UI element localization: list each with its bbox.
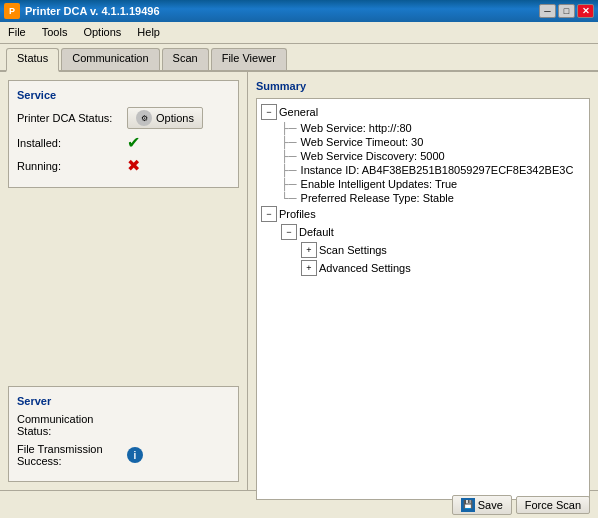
web-service-text: Web Service: http://:80 xyxy=(301,122,412,134)
scan-settings-expand[interactable]: + xyxy=(301,242,317,258)
save-label: Save xyxy=(478,499,503,511)
default-expand[interactable]: − xyxy=(281,224,297,240)
title-bar-left: P Printer DCA v. 4.1.1.19496 xyxy=(4,3,160,19)
web-service-timeout-row: ├─ Web Service Timeout: 30 xyxy=(281,135,585,149)
save-button[interactable]: 💾 Save xyxy=(452,495,512,515)
right-panel: Summary − General ├─ Web Service: http:/… xyxy=(248,72,598,490)
intelligent-updates-text: Enable Intelligent Updates: True xyxy=(301,178,458,190)
general-label: General xyxy=(279,106,318,118)
file-transmission-label: File Transmission Success: xyxy=(17,443,127,467)
running-status: ✖ xyxy=(127,156,140,175)
title-bar: P Printer DCA v. 4.1.1.19496 ─ □ ✕ xyxy=(0,0,598,22)
installed-row: Installed: ✔ xyxy=(17,133,230,152)
default-label: Default xyxy=(299,226,334,238)
menu-help[interactable]: Help xyxy=(129,24,168,41)
release-type-row: └─ Preferred Release Type: Stable xyxy=(281,191,585,205)
advanced-settings-expand[interactable]: + xyxy=(301,260,317,276)
tab-bar: Status Communication Scan File Viewer xyxy=(0,44,598,72)
menu-options[interactable]: Options xyxy=(75,24,129,41)
file-transmission-row: File Transmission Success: i xyxy=(17,443,230,467)
menu-file[interactable]: File xyxy=(0,24,34,41)
left-panel: Service Printer DCA Status: ⚙ Options In… xyxy=(0,72,248,490)
tree-profiles-node: − Profiles − Default + Scan Settings xyxy=(261,205,585,277)
intelligent-updates-row: ├─ Enable Intelligent Updates: True xyxy=(281,177,585,191)
profiles-children: − Default + Scan Settings + Advanced Set… xyxy=(261,223,585,277)
instance-id-row: ├─ Instance ID: AB4F38EB251B18059297ECF8… xyxy=(281,163,585,177)
close-button[interactable]: ✕ xyxy=(577,4,594,18)
installed-status: ✔ xyxy=(127,133,140,152)
communication-status-row: Communication Status: xyxy=(17,413,230,437)
tree-profiles-row: − Profiles xyxy=(261,205,585,223)
main-content: Service Printer DCA Status: ⚙ Options In… xyxy=(0,72,598,490)
title-buttons: ─ □ ✕ xyxy=(539,4,594,18)
menu-tools[interactable]: Tools xyxy=(34,24,76,41)
communication-status-label: Communication Status: xyxy=(17,413,127,437)
force-scan-label: Force Scan xyxy=(525,499,581,511)
tree-default-row: − Default xyxy=(281,223,585,241)
server-header: Server xyxy=(17,395,230,407)
web-service-discovery-text: Web Service Discovery: 5000 xyxy=(301,150,445,162)
general-expand[interactable]: − xyxy=(261,104,277,120)
profiles-label: Profiles xyxy=(279,208,316,220)
release-type-text: Preferred Release Type: Stable xyxy=(301,192,454,204)
web-service-discovery-row: ├─ Web Service Discovery: 5000 xyxy=(281,149,585,163)
scan-settings-row: + Scan Settings xyxy=(301,241,585,259)
installed-label: Installed: xyxy=(17,137,127,149)
app-icon: P xyxy=(4,3,20,19)
printer-dca-status-label: Printer DCA Status: xyxy=(17,112,127,124)
instance-id-text: Instance ID: AB4F38EB251B18059297ECF8E34… xyxy=(301,164,574,176)
scan-settings-text: Scan Settings xyxy=(319,244,387,256)
tab-file-viewer[interactable]: File Viewer xyxy=(211,48,287,70)
menu-bar: File Tools Options Help xyxy=(0,22,598,44)
options-button[interactable]: ⚙ Options xyxy=(127,107,203,129)
maximize-button[interactable]: □ xyxy=(558,4,575,18)
info-icon: i xyxy=(127,447,143,463)
summary-header: Summary xyxy=(256,80,590,92)
summary-box: − General ├─ Web Service: http://:80 ├─ … xyxy=(256,98,590,500)
force-scan-button[interactable]: Force Scan xyxy=(516,496,590,514)
spacer xyxy=(8,196,239,378)
tab-scan[interactable]: Scan xyxy=(162,48,209,70)
web-service-timeout-text: Web Service Timeout: 30 xyxy=(301,136,424,148)
service-header: Service xyxy=(17,89,230,101)
server-section: Server Communication Status: File Transm… xyxy=(8,386,239,482)
running-row: Running: ✖ xyxy=(17,156,230,175)
minimize-button[interactable]: ─ xyxy=(539,4,556,18)
save-icon: 💾 xyxy=(461,498,475,512)
advanced-settings-row: + Advanced Settings xyxy=(301,259,585,277)
options-button-label: Options xyxy=(156,112,194,124)
default-children: + Scan Settings + Advanced Settings xyxy=(281,241,585,277)
tree-general-node: − General ├─ Web Service: http://:80 ├─ … xyxy=(261,103,585,205)
general-children: ├─ Web Service: http://:80 ├─ Web Servic… xyxy=(261,121,585,205)
service-section: Service Printer DCA Status: ⚙ Options In… xyxy=(8,80,239,188)
tab-communication[interactable]: Communication xyxy=(61,48,159,70)
tree-general-row: − General xyxy=(261,103,585,121)
printer-dca-status-row: Printer DCA Status: ⚙ Options xyxy=(17,107,230,129)
running-label: Running: xyxy=(17,160,127,172)
tab-status[interactable]: Status xyxy=(6,48,59,72)
window-title: Printer DCA v. 4.1.1.19496 xyxy=(25,5,160,17)
advanced-settings-text: Advanced Settings xyxy=(319,262,411,274)
web-service-row: ├─ Web Service: http://:80 xyxy=(281,121,585,135)
options-icon: ⚙ xyxy=(136,110,152,126)
profiles-expand[interactable]: − xyxy=(261,206,277,222)
